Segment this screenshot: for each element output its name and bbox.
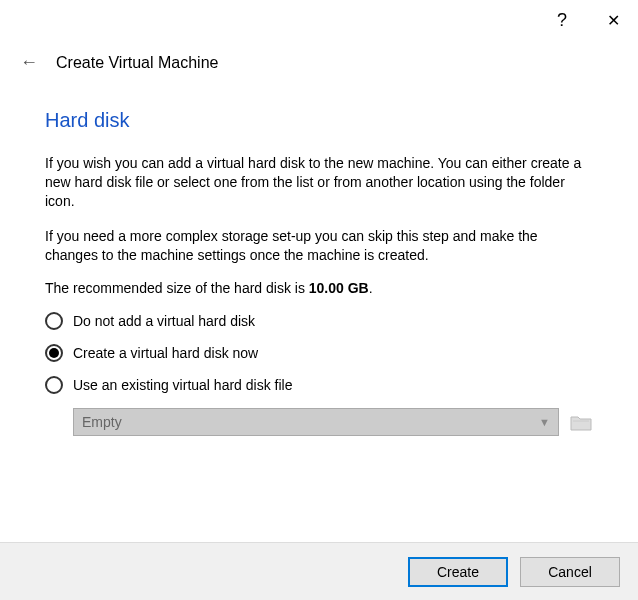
folder-icon[interactable] xyxy=(569,411,593,433)
description-para-1: If you wish you can add a virtual hard d… xyxy=(45,154,593,211)
chevron-down-icon: ▼ xyxy=(539,416,550,428)
option-label: Use an existing virtual hard disk file xyxy=(73,377,292,393)
hard-disk-options: Do not add a virtual hard disk Create a … xyxy=(45,312,593,436)
existing-disk-dropdown[interactable]: Empty ▼ xyxy=(73,408,559,436)
radio-icon xyxy=(45,344,63,362)
option-use-existing[interactable]: Use an existing virtual hard disk file xyxy=(45,376,593,394)
help-icon[interactable]: ? xyxy=(557,10,567,31)
reco-suffix: . xyxy=(369,280,373,296)
close-icon[interactable]: ✕ xyxy=(607,11,620,30)
option-label: Create a virtual hard disk now xyxy=(73,345,258,361)
back-arrow-icon[interactable]: ← xyxy=(20,52,38,73)
dropdown-value: Empty xyxy=(82,414,122,430)
option-create-now[interactable]: Create a virtual hard disk now xyxy=(45,344,593,362)
page-title: Create Virtual Machine xyxy=(56,54,218,72)
create-button[interactable]: Create xyxy=(408,557,508,587)
content-area: Hard disk If you wish you can add a virt… xyxy=(0,91,638,542)
description-para-2: If you need a more complex storage set-u… xyxy=(45,227,593,265)
footer: Create Cancel xyxy=(0,542,638,600)
option-do-not-add[interactable]: Do not add a virtual hard disk xyxy=(45,312,593,330)
reco-value: 10.00 GB xyxy=(309,280,369,296)
recommended-size-text: The recommended size of the hard disk is… xyxy=(45,280,593,296)
option-label: Do not add a virtual hard disk xyxy=(73,313,255,329)
radio-icon xyxy=(45,312,63,330)
header: ← Create Virtual Machine xyxy=(0,40,638,91)
cancel-button[interactable]: Cancel xyxy=(520,557,620,587)
wizard-window: ? ✕ ← Create Virtual Machine Hard disk I… xyxy=(0,0,638,600)
titlebar: ? ✕ xyxy=(0,0,638,40)
reco-prefix: The recommended size of the hard disk is xyxy=(45,280,309,296)
radio-icon xyxy=(45,376,63,394)
step-title: Hard disk xyxy=(45,109,593,132)
existing-disk-row: Empty ▼ xyxy=(45,408,593,436)
